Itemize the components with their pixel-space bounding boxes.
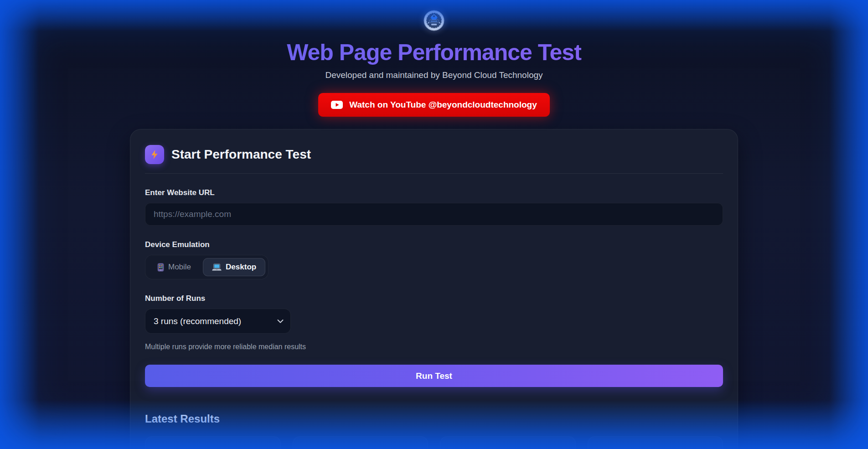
website-url-input[interactable] xyxy=(145,203,723,226)
lightning-bolt-icon xyxy=(150,150,159,160)
panel-title: Start Performance Test xyxy=(171,147,311,162)
site-header: Web Page Performance Test Developed and … xyxy=(0,0,868,80)
page-title: Web Page Performance Test xyxy=(0,39,868,66)
youtube-button[interactable]: Watch on YouTube @beyondcloudtechnology xyxy=(318,93,550,117)
device-option-desktop[interactable]: Desktop xyxy=(203,258,265,276)
runs-select-wrap: 3 runs (recommended) xyxy=(145,309,291,334)
runs-section: Number of Runs 3 runs (recommended) Mult… xyxy=(145,294,723,351)
run-test-button[interactable]: Run Test xyxy=(145,365,723,387)
beyond-cloud-logo-icon xyxy=(424,10,444,31)
page-subtitle: Developed and maintained by Beyond Cloud… xyxy=(0,70,868,80)
page-content: Web Page Performance Test Developed and … xyxy=(0,0,868,449)
panel-header: Start Performance Test xyxy=(145,145,723,174)
device-option-mobile-label: Mobile xyxy=(168,263,191,272)
device-emulation-label: Device Emulation xyxy=(145,240,723,249)
device-section: Device Emulation Mobile xyxy=(145,240,723,279)
runs-select[interactable]: 3 runs (recommended) xyxy=(145,309,291,334)
lightning-icon-badge xyxy=(145,145,164,164)
youtube-button-row: Watch on YouTube @beyondcloudtechnology xyxy=(0,93,868,117)
laptop-icon xyxy=(212,263,222,271)
metric-card: 78 xyxy=(588,436,723,449)
mobile-phone-icon xyxy=(157,263,164,272)
url-label: Enter Website URL xyxy=(145,188,723,197)
metric-card: 0.000 xyxy=(440,436,576,449)
runs-hint-text: Multiple runs provide more reliable medi… xyxy=(145,343,723,351)
latest-results-heading: Latest Results xyxy=(145,413,723,425)
url-section: Enter Website URL xyxy=(145,188,723,226)
metric-card: 2061 xyxy=(293,436,429,449)
metrics-grid: 84 2061 0.000 78 xyxy=(145,436,723,449)
device-option-mobile[interactable]: Mobile xyxy=(148,258,200,276)
device-option-desktop-label: Desktop xyxy=(226,263,256,272)
youtube-button-label: Watch on YouTube @beyondcloudtechnology xyxy=(349,100,537,110)
number-of-runs-label: Number of Runs xyxy=(145,294,723,303)
metric-card: 84 xyxy=(145,436,281,449)
performance-test-panel: Start Performance Test Enter Website URL… xyxy=(130,129,738,449)
youtube-play-icon xyxy=(331,101,343,109)
device-toggle-group: Mobile Desktop xyxy=(145,255,269,279)
